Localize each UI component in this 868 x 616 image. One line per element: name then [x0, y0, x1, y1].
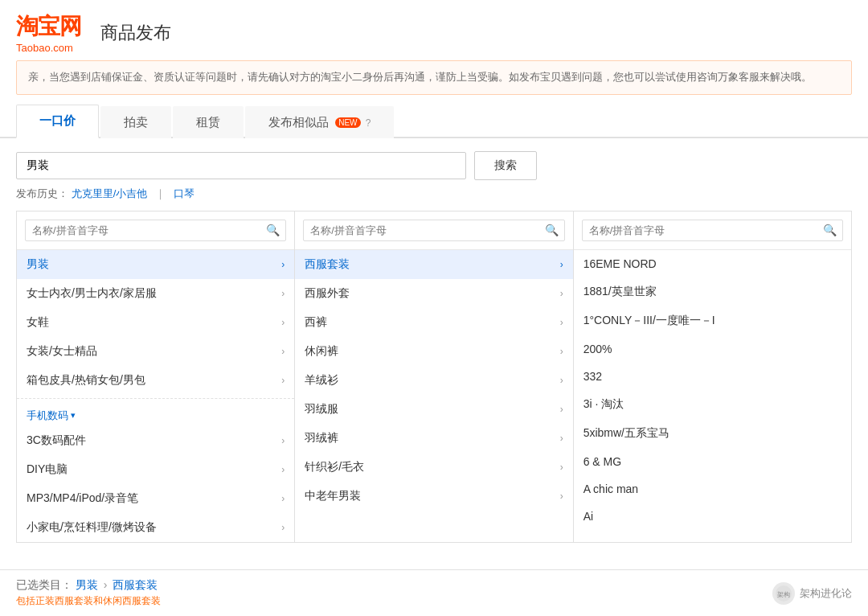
arrow-icon: › — [281, 346, 285, 357]
col1-items: 男装 › 女士内衣/男士内衣/家居服 › 女鞋 › 女装/女士精品 › 箱包皮具… — [17, 250, 294, 542]
footer-link-xifutaozhuang[interactable]: 西服套装 — [113, 578, 158, 591]
col1-item-nvzhuang[interactable]: 女装/女士精品 › — [17, 337, 294, 366]
col3-search-icon: 🔍 — [823, 224, 837, 236]
footer-selected-label: 已选类目： — [16, 578, 72, 591]
tab-zulin[interactable]: 租赁 — [173, 106, 244, 138]
notice-bar: 亲，当您遇到店铺保证金、资质认证等问题时，请先确认对方的淘宝小二身份后再沟通，谨… — [16, 60, 852, 95]
tab-yikoujia[interactable]: 一口价 — [16, 105, 99, 138]
arrow-icon: › — [560, 491, 563, 502]
arrow-icon: › — [560, 288, 563, 299]
col3-item-achicman[interactable]: A chic man — [574, 475, 851, 503]
arrow-icon: › — [281, 317, 285, 328]
col3-item-1conly[interactable]: 1°CONLY－III/一度唯一－I — [574, 306, 851, 335]
col3-item-6mg[interactable]: 6 & MG — [574, 448, 851, 475]
tab-new-badge: NEW — [335, 117, 360, 128]
col2-item-xiku[interactable]: 西裤 › — [295, 308, 572, 337]
arrow-icon: › — [281, 259, 285, 270]
history-link-1[interactable]: 尤克里里/小吉他 — [72, 187, 148, 199]
tab-paimai[interactable]: 拍卖 — [100, 106, 171, 138]
col2-item-xifuwaotao[interactable]: 西服外套 › — [295, 279, 572, 308]
footer-left: 已选类目： 男装 › 西服套装 包括正装西服套装和休闲西服套装 — [16, 578, 161, 608]
col1-item-xiaojiadian[interactable]: 小家电/烹饪料理/微烤设备 › — [17, 513, 294, 542]
col2-search-icon: 🔍 — [545, 224, 559, 236]
col1-section-mobile[interactable]: 手机数码 ▾ — [17, 402, 294, 426]
footer-bar: 已选类目： 男装 › 西服套装 包括正装西服套装和休闲西服套装 架构 架构进化论 — [0, 569, 868, 616]
col1-item-neyi[interactable]: 女士内衣/男士内衣/家居服 › — [17, 279, 294, 308]
footer-link-nanzhuang[interactable]: 男装 — [76, 578, 98, 591]
page-title: 商品发布 — [100, 21, 171, 45]
header: 淘宝网 Taobao.com 商品发布 — [0, 0, 868, 60]
col3-item-1881[interactable]: 1881/英皇世家 — [574, 277, 851, 306]
col1-search-icon: 🔍 — [266, 224, 280, 236]
col2-item-yangrongshan[interactable]: 羊绒衫 › — [295, 366, 572, 395]
footer-sub-text: 包括正装西服套装和休闲西服套装 — [16, 594, 161, 608]
col1-item-3c[interactable]: 3C数码配件 › — [17, 426, 294, 455]
col1-search: 🔍 — [17, 211, 294, 250]
history-link-2[interactable]: 口琴 — [174, 187, 194, 199]
col2-item-yurongku[interactable]: 羽绒裤 › — [295, 424, 572, 453]
footer-watermark-text: 架构进化论 — [800, 586, 852, 601]
arrow-icon: › — [560, 404, 563, 415]
tab-fabu-similar[interactable]: 发布相似品 NEW ? — [245, 106, 394, 138]
category-col-1: 🔍 男装 › 女士内衣/男士内衣/家居服 › 女鞋 › 女装/女士精品 — [17, 211, 295, 542]
col1-item-mp3[interactable]: MP3/MP4/iPod/录音笔 › — [17, 484, 294, 513]
category-panel: 🔍 男装 › 女士内衣/男士内衣/家居服 › 女鞋 › 女装/女士精品 — [16, 211, 852, 543]
notice-text: 亲，当您遇到店铺保证金、资质认证等问题时，请先确认对方的淘宝小二身份后再沟通，谨… — [28, 71, 812, 83]
col3-item-332[interactable]: 332 — [574, 363, 851, 390]
arrow-icon: › — [281, 493, 285, 504]
col2-item-yurongfu[interactable]: 羽绒服 › — [295, 395, 572, 424]
col3-item-ai[interactable]: Ai — [574, 503, 851, 530]
history-row: 发布历史： 尤克里里/小吉他 ｜ 口琴 — [0, 187, 868, 211]
search-input[interactable] — [16, 152, 466, 179]
svg-text:架构: 架构 — [777, 591, 790, 598]
arrow-icon: › — [560, 462, 563, 473]
footer-arrow-sep: › — [104, 578, 111, 591]
history-separator: ｜ — [155, 187, 166, 199]
history-label: 发布历史： — [16, 187, 68, 199]
logo: 淘宝网 — [16, 11, 81, 42]
col1-item-nvxie[interactable]: 女鞋 › — [17, 308, 294, 337]
col1-item-nanzhuang[interactable]: 男装 › — [17, 250, 294, 279]
col1-item-diy[interactable]: DIY电脑 › — [17, 455, 294, 484]
arrow-icon: › — [560, 346, 563, 357]
arrow-icon: › — [281, 435, 285, 446]
col2-search-input[interactable] — [303, 220, 564, 241]
tabs-row: 一口价 拍卖 租赁 发布相似品 NEW ? — [0, 103, 868, 138]
col2-items: 西服套装 › 西服外套 › 西裤 › 休闲裤 › 羊绒衫 › — [295, 250, 572, 542]
col2-item-xifutaozhuang[interactable]: 西服套装 › — [295, 250, 572, 279]
col3-item-3i[interactable]: 3i · 淘汰 — [574, 390, 851, 419]
col3-item-5xibmw[interactable]: 5xibmw/五系宝马 — [574, 419, 851, 448]
arrow-icon: › — [560, 375, 563, 386]
logo-text-taobao-com: Taobao.com — [16, 42, 81, 54]
footer-watermark: 架构 架构进化论 — [772, 582, 852, 605]
col2-item-xiuxianku[interactable]: 休闲裤 › — [295, 337, 572, 366]
col2-search: 🔍 — [295, 211, 572, 250]
col3-search-input[interactable] — [582, 220, 843, 241]
logo-text-taobao: 淘宝网 — [16, 11, 81, 42]
arrow-icon: › — [281, 375, 285, 386]
arrow-icon: › — [281, 288, 285, 299]
arrow-icon: › — [281, 464, 285, 475]
search-row: 搜索 — [0, 151, 868, 180]
col2-item-zhonglao[interactable]: 中老年男装 › — [295, 482, 572, 511]
footer-selected-path: 已选类目： 男装 › 西服套装 — [16, 578, 161, 593]
chevron-down-icon: ▾ — [71, 410, 76, 421]
category-col-2: 🔍 西服套装 › 西服外套 › 西裤 › 休闲裤 › — [295, 211, 573, 542]
footer-logo-icon: 架构 — [772, 582, 795, 605]
arrow-icon: › — [560, 433, 563, 444]
col3-items: 16EME NORD 1881/英皇世家 1°CONLY－III/一度唯一－I … — [574, 250, 851, 542]
tab-help-icon[interactable]: ? — [366, 117, 371, 129]
col1-item-xiangbao[interactable]: 箱包皮具/热销女包/男包 › — [17, 366, 294, 395]
col3-search: 🔍 — [574, 211, 851, 250]
search-button[interactable]: 搜索 — [474, 151, 537, 180]
category-col-3: 🔍 16EME NORD 1881/英皇世家 1°CONLY－III/一度唯一－… — [574, 211, 851, 542]
logo-area: 淘宝网 Taobao.com — [16, 11, 81, 54]
col1-search-input[interactable] — [25, 220, 286, 241]
arrow-icon: › — [560, 259, 563, 270]
col3-item-200[interactable]: 200% — [574, 335, 851, 363]
arrow-icon: › — [281, 522, 285, 533]
arrow-icon: › — [560, 317, 563, 328]
col3-item-16eme[interactable]: 16EME NORD — [574, 250, 851, 277]
col2-item-zhenzhi[interactable]: 针织衫/毛衣 › — [295, 453, 572, 482]
